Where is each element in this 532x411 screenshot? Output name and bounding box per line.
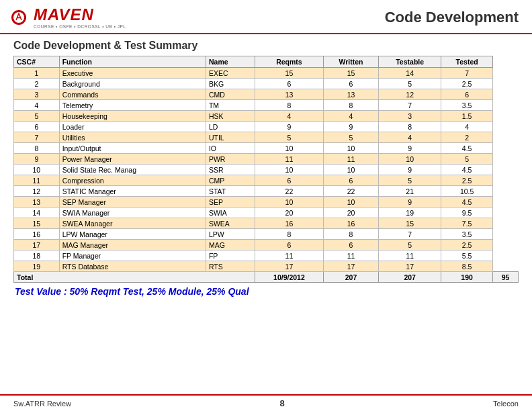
table-row: 4TelemetryTM8873.5 bbox=[14, 100, 519, 111]
section-title: Code Development & Test Summary bbox=[13, 40, 519, 52]
table-row: 7UtilitiesUTIL5542 bbox=[14, 132, 519, 143]
bottom-right: Telecon bbox=[493, 400, 519, 408]
page-header: MAVEN COURSE • OSFE • DCROSSL • UB • JPL… bbox=[0, 0, 532, 34]
table-row: 8Input/OutputIO101094.5 bbox=[14, 143, 519, 154]
col-function: Function bbox=[59, 56, 206, 68]
col-tested: Tested bbox=[441, 56, 493, 68]
table-row: 18FP ManagerFP1111115.5 bbox=[14, 250, 519, 261]
table-body: 1ExecutiveEXEC15151472BackgroundBKG6652.… bbox=[14, 68, 519, 283]
maven-icon bbox=[11, 7, 32, 28]
table-row: 17MAG ManagerMAG6652.5 bbox=[14, 240, 519, 250]
logo-tagline: COURSE • OSFE • DCROSSL • UB • JPL bbox=[34, 24, 126, 29]
table-row: 12STATIC ManagerSTAT22222110.5 bbox=[14, 186, 519, 197]
header-title: Code Development bbox=[385, 9, 519, 26]
table-row: 11CompressionCMP6652.5 bbox=[14, 175, 519, 186]
logo: MAVEN COURSE • OSFE • DCROSSL • UB • JPL bbox=[11, 5, 126, 29]
table-row: 1ExecutiveEXEC1515147 bbox=[14, 68, 519, 79]
main-content: Code Development & Test Summary CSC# Fun… bbox=[0, 34, 532, 300]
col-csc: CSC# bbox=[14, 56, 60, 68]
table-row: 6LoaderLD9984 bbox=[14, 122, 519, 132]
table-row: 14SWIA ManagerSWIA2020199.5 bbox=[14, 208, 519, 218]
bottom-left: Sw.ATRR Review bbox=[13, 400, 71, 408]
logo-name: MAVEN bbox=[34, 5, 126, 24]
col-reqmts: Reqmts bbox=[255, 56, 323, 68]
table-row: 10Solid State Rec. ManagSSR101094.5 bbox=[14, 165, 519, 175]
table-row: 2BackgroundBKG6652.5 bbox=[14, 79, 519, 89]
table-row: 16LPW ManagerLPW8873.5 bbox=[14, 229, 519, 240]
total-row: Total10/9/201220720719095 bbox=[14, 272, 519, 283]
table-header-row: CSC# Function Name Reqmts Written Testab… bbox=[14, 56, 519, 68]
col-name: Name bbox=[206, 56, 255, 68]
table-row: 3CommandsCMD1313126 bbox=[14, 89, 519, 100]
table-row: 5HousekeepingHSK4431.5 bbox=[14, 111, 519, 122]
table-row: 13SEP ManagerSEP101094.5 bbox=[14, 197, 519, 208]
col-written: Written bbox=[323, 56, 378, 68]
table-row: 19RTS DatabaseRTS1717178.5 bbox=[14, 261, 519, 272]
col-testable: Testable bbox=[379, 56, 441, 68]
table-row: 9Power ManagerPWR1111105 bbox=[14, 154, 519, 165]
logo-text-block: MAVEN COURSE • OSFE • DCROSSL • UB • JPL bbox=[34, 5, 126, 29]
footer-note: Test Value : 50% Reqmt Test, 25% Module,… bbox=[13, 286, 519, 297]
bottom-center: 8 bbox=[279, 398, 284, 408]
table-row: 15SWEA ManagerSWEA1616157.5 bbox=[14, 218, 519, 229]
bottom-bar: Sw.ATRR Review 8 Telecon bbox=[0, 394, 532, 411]
data-table: CSC# Function Name Reqmts Written Testab… bbox=[13, 56, 519, 283]
